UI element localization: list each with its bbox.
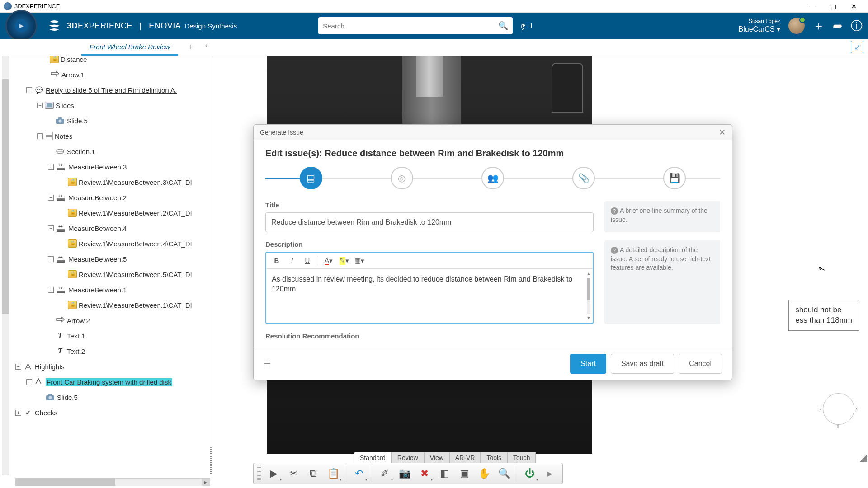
tree-notes[interactable]: Notes	[55, 132, 72, 140]
tool-marker-icon[interactable]: ✐▾	[376, 465, 394, 483]
rte-highlight[interactable]: ✎▾	[337, 254, 351, 267]
tree-mb2[interactable]: MeasureBetween.2	[68, 194, 127, 202]
split-handle[interactable]	[209, 56, 212, 488]
tree-toggle[interactable]: −	[15, 364, 21, 370]
tree-mb4r[interactable]: Review.1\MeasureBetween.4\CAT_DI	[79, 240, 192, 248]
tool-copy-icon[interactable]: ⧉	[304, 465, 322, 483]
dialog-titlebar[interactable]: Generate Issue ✕	[254, 125, 732, 140]
wizard-step-assignees[interactable]: 👥	[481, 167, 504, 189]
wizard-step-attachments[interactable]: 📎	[572, 167, 595, 189]
wizard-step-location[interactable]: ◎	[391, 167, 413, 189]
help-icon[interactable]: ⓘ	[851, 18, 863, 34]
tree-hscrollbar[interactable]: ▶	[15, 478, 210, 486]
viewtab-arvr[interactable]: AR-VR	[449, 452, 481, 463]
tree-reply[interactable]: Reply to slide 5 of Tire and Rim definit…	[46, 86, 177, 94]
tool-hand-icon[interactable]: ✋	[475, 465, 493, 483]
search-input[interactable]	[323, 22, 498, 30]
tool-more-icon[interactable]: ▶	[541, 465, 559, 483]
viewtab-review[interactable]: Review	[392, 452, 424, 463]
compass-widget[interactable]: ▶	[5, 10, 37, 42]
tool-play-icon[interactable]: ▶▾	[264, 465, 283, 483]
tree-mb5r[interactable]: Review.1\MeasureBetween.5\CAT_DI	[79, 271, 192, 278]
tree-text2[interactable]: Text.2	[67, 347, 85, 355]
description-editor[interactable]: B I U A▾ ✎▾ ▦▾ As discussed in review me…	[265, 252, 594, 324]
rte-table[interactable]: ▦▾	[353, 254, 366, 267]
avatar[interactable]	[788, 18, 805, 34]
tree-toggle[interactable]: −	[26, 379, 32, 385]
tree-toggle[interactable]: −	[48, 287, 54, 293]
tree-toggle[interactable]: −	[48, 195, 54, 201]
tree-distance[interactable]: Distance	[61, 56, 87, 63]
cancel-button[interactable]: Cancel	[679, 354, 722, 374]
tree-mb1[interactable]: MeasureBetween.1	[68, 286, 127, 294]
tree-mb5[interactable]: MeasureBetween.5	[68, 255, 127, 263]
title-input[interactable]	[265, 212, 594, 232]
rte-textcolor[interactable]: A▾	[322, 254, 335, 267]
tree-toggle[interactable]: −	[26, 87, 32, 93]
tree-toggle[interactable]: −	[48, 256, 54, 262]
tree-toggle[interactable]: −	[48, 164, 54, 170]
viewtab-tools[interactable]: Tools	[481, 452, 507, 463]
rte-scrollbar[interactable]: ▲▼	[585, 271, 592, 321]
sidebar-collapse-icon[interactable]: ‹	[205, 42, 208, 49]
tab-active[interactable]: Front Wheel Brake Review	[81, 39, 178, 56]
tool-redx-icon[interactable]: ✖▾	[415, 465, 434, 483]
description-textarea[interactable]: As discussed in review meeting, its deci…	[266, 269, 593, 323]
viewtab-standard[interactable]: Standard	[354, 452, 392, 463]
start-button[interactable]: Start	[570, 354, 606, 374]
os-close-button[interactable]: ✕	[844, 0, 864, 13]
tool-power-icon[interactable]: ⏻▾	[521, 465, 539, 483]
tree-mb1r[interactable]: Review.1\MeasureBetween.1\CAT_DI	[79, 301, 192, 309]
tree-toggle[interactable]: +	[15, 410, 21, 416]
tree-mb3r[interactable]: Review.1\MeasureBetween.3\CAT_DI	[79, 178, 192, 186]
search-icon[interactable]: 🔍	[498, 21, 508, 31]
tool-undo-icon[interactable]: ↶▾	[350, 465, 368, 483]
tree-mb3[interactable]: MeasureBetween.3	[68, 163, 127, 171]
tree-slide5b[interactable]: Slide.5	[57, 394, 78, 401]
dialog-close-icon[interactable]: ✕	[719, 127, 726, 137]
tool-capture-icon[interactable]: 📷	[396, 465, 414, 483]
tree-toggle[interactable]: −	[37, 103, 43, 108]
viewtab-view[interactable]: View	[424, 452, 449, 463]
rte-bold[interactable]: B	[270, 254, 283, 267]
tree-section1[interactable]: Section.1	[67, 148, 95, 155]
axis-gizmo[interactable]: x z x	[823, 393, 854, 425]
tree-slide5[interactable]: Slide.5	[67, 117, 88, 125]
tool-box-icon[interactable]: ▣	[455, 465, 473, 483]
rte-underline[interactable]: U	[301, 254, 314, 267]
dialog-menu-icon[interactable]: ☰	[264, 359, 271, 369]
tool-inspect-icon[interactable]: 🔍	[495, 465, 513, 483]
tree-text1[interactable]: Text.1	[67, 332, 85, 340]
resize-grip[interactable]	[860, 455, 867, 462]
search-box[interactable]: 🔍	[318, 17, 513, 34]
tree-toggle[interactable]: −	[48, 225, 54, 231]
toolbar-grip[interactable]	[257, 466, 261, 481]
tool-cut-icon[interactable]: ✂	[284, 465, 302, 483]
tree-front-braking[interactable]: Front Car Braking system with drilled di…	[46, 378, 172, 386]
view-tabs: Standard Review View AR-VR Tools Touch	[354, 452, 536, 463]
tree-arrow1[interactable]: Arrow.1	[61, 71, 85, 79]
os-minimize-button[interactable]: —	[802, 0, 823, 13]
save-draft-button[interactable]: Save as draft	[611, 354, 674, 374]
rte-italic[interactable]: I	[285, 254, 299, 267]
tag-icon[interactable]: 🏷	[521, 19, 533, 33]
tree-arrow2[interactable]: Arrow.2	[67, 317, 90, 324]
wizard-step-details[interactable]: ▤	[300, 167, 322, 189]
user-block[interactable]: Susan Lopez BlueCarCS ▾	[739, 18, 780, 33]
tree-slides[interactable]: Slides	[56, 102, 74, 109]
viewtab-touch[interactable]: Touch	[507, 452, 536, 463]
share-icon[interactable]: ➦	[833, 19, 843, 33]
tool-eraser-icon[interactable]: ◧	[435, 465, 453, 483]
add-icon[interactable]: ＋	[813, 18, 825, 34]
tree-toggle[interactable]: −	[37, 133, 43, 139]
os-maximize-button[interactable]: ▢	[823, 0, 844, 13]
annotation-callout[interactable]: should not be ess than 118mm	[788, 300, 859, 331]
wizard-step-review[interactable]: 💾	[663, 167, 686, 189]
tree-mb2r[interactable]: Review.1\MeasureBetween.2\CAT_DI	[79, 209, 192, 217]
tree-checks[interactable]: Checks	[35, 409, 57, 417]
tab-add-button[interactable]: ＋	[186, 41, 194, 56]
tool-paste-icon[interactable]: 📋▾	[324, 465, 342, 483]
fullscreen-toggle[interactable]: ⤢	[851, 41, 863, 53]
tree-mb4[interactable]: MeasureBetween.4	[68, 225, 127, 232]
tree-highlights[interactable]: Highlights	[35, 363, 65, 371]
